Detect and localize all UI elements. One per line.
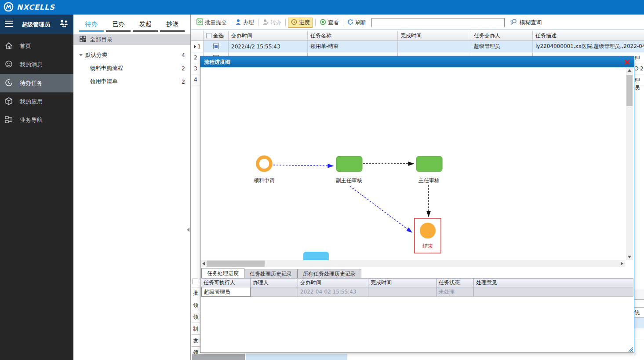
panel-collapse-arrow[interactable] bbox=[187, 228, 189, 232]
tab-task-progress[interactable]: 任务处理进度 bbox=[201, 268, 244, 278]
message-icon bbox=[4, 60, 13, 70]
logo-icon bbox=[4, 2, 14, 13]
underlying-content-block bbox=[246, 354, 347, 360]
row-checkbox-cell[interactable] bbox=[204, 41, 229, 52]
horizontal-scroll-thumb[interactable] bbox=[207, 261, 265, 267]
tab-all-task-history[interactable]: 所有任务处理历史记录 bbox=[297, 269, 361, 278]
dialog-title-bar[interactable]: 流程进度图 bbox=[200, 57, 634, 67]
row-number-cell: 1 bbox=[191, 41, 204, 52]
brand-logo: NXCELLS bbox=[4, 2, 55, 13]
underlying-content-block bbox=[192, 354, 245, 360]
top-bar: NXCELLS bbox=[0, 0, 644, 15]
toolbar-separator bbox=[258, 19, 258, 26]
catalog-header[interactable]: 全部目录 bbox=[73, 34, 190, 45]
underlying-text-fragment: 统 bbox=[634, 308, 644, 317]
sidebar-header: 超级管理员 bbox=[0, 15, 73, 34]
table-row[interactable]: 1 2022/4/2 15:55:43 领用单-结束 超级管理员 ly22040… bbox=[191, 41, 644, 52]
underlying-label-fragment: 领 bbox=[192, 311, 200, 323]
select-all-checkbox[interactable] bbox=[206, 33, 211, 38]
sidebar-item-my-apps[interactable]: 我的应用 bbox=[0, 92, 73, 111]
refresh-button[interactable]: 刷新 bbox=[346, 18, 368, 27]
toolbar-separator bbox=[315, 19, 316, 26]
batch-submit-icon bbox=[196, 18, 203, 26]
handle-button[interactable]: 办理 bbox=[233, 18, 256, 27]
column-header-assigner[interactable]: 任务交办人 bbox=[471, 31, 533, 41]
sidebar-item-label: 首页 bbox=[20, 42, 31, 50]
fuzzy-search-button[interactable]: 模糊查询 bbox=[510, 18, 542, 26]
search-input[interactable] bbox=[371, 18, 505, 27]
start-node[interactable] bbox=[258, 157, 271, 170]
underlying-label-fragment: 领 bbox=[192, 299, 200, 311]
column-header-assign-time[interactable]: 交办时间 bbox=[229, 31, 308, 41]
underlying-right-fragments: 统 bbox=[634, 274, 644, 339]
grid-icon bbox=[80, 36, 86, 44]
underlying-checkbox bbox=[193, 279, 198, 284]
column-header-opinion: 处理意见 bbox=[474, 278, 633, 287]
toolbar-separator bbox=[343, 19, 343, 26]
sidebar-item-messages[interactable]: 我的消息 bbox=[0, 55, 73, 74]
vertical-scroll-thumb[interactable] bbox=[626, 75, 633, 106]
row-number-header bbox=[191, 31, 204, 41]
description-fragment: 理员 bbox=[635, 77, 644, 92]
sidebar-item-home[interactable]: 首页 bbox=[0, 37, 73, 55]
tree-node-default-category[interactable]: 默认分类 4 bbox=[73, 48, 190, 62]
dialog-resize-grip[interactable] bbox=[627, 346, 633, 352]
hamburger-menu-icon[interactable] bbox=[4, 20, 13, 29]
node-label-deputy-review: 副主任审核 bbox=[336, 177, 362, 184]
progress-table-header: 任务可执行人 办理人 交办时间 完成时间 任务状态 处理意见 bbox=[201, 278, 633, 287]
table-row[interactable]: 超级管理员 2022-04-02 15:55:43 未处理 bbox=[201, 287, 633, 297]
task-count-badge: 2 bbox=[182, 78, 185, 85]
tab-done[interactable]: 已办 bbox=[106, 17, 131, 33]
assign-time-cell: 2022/4/2 15:55:43 bbox=[229, 41, 308, 52]
batch-submit-button[interactable]: 批量提交 bbox=[195, 18, 229, 27]
deputy-review-node[interactable] bbox=[336, 156, 362, 172]
node-label-start: 领料申请 bbox=[254, 177, 275, 184]
eye-icon bbox=[320, 19, 326, 26]
column-header-finish-time[interactable]: 完成时间 bbox=[398, 31, 471, 41]
column-header-executor: 任务可执行人 bbox=[201, 278, 251, 287]
tab-initiated[interactable]: 发起 bbox=[133, 17, 158, 33]
executor-cell: 超级管理员 bbox=[201, 287, 251, 297]
task-tree-panel: 待办 已办 发起 抄送 全部目录 默认分类 4 物料申购流程 2 领用申请单 2 bbox=[73, 15, 191, 360]
progress-button[interactable]: 进度 bbox=[288, 18, 313, 28]
scroll-left-icon[interactable] bbox=[202, 262, 205, 265]
tab-task-history[interactable]: 任务处理历史记录 bbox=[244, 269, 298, 278]
underlying-label-fragment: 制 bbox=[192, 323, 200, 334]
tab-todo[interactable]: 待办 bbox=[79, 17, 104, 33]
underlying-label-fragment: 发 bbox=[192, 334, 200, 346]
view-button[interactable]: 查看 bbox=[318, 18, 341, 27]
navigation-icon bbox=[4, 115, 13, 125]
collapse-caret-icon[interactable] bbox=[79, 54, 83, 56]
select-all-header[interactable]: 全选 bbox=[204, 31, 229, 41]
sidebar-item-label: 业务导航 bbox=[20, 116, 43, 124]
column-header-assign-time: 交办时间 bbox=[298, 278, 368, 287]
director-review-node[interactable] bbox=[416, 156, 442, 172]
sidebar-item-todo-tasks[interactable]: 待办任务 bbox=[0, 74, 73, 92]
handler-cell bbox=[251, 287, 298, 297]
sidebar: 超级管理员 首页 我的消息 bbox=[0, 15, 73, 360]
status-badge: 未处理 bbox=[437, 287, 474, 297]
column-header-description[interactable]: 任务描述 bbox=[533, 31, 644, 41]
tab-cc[interactable]: 抄送 bbox=[160, 17, 185, 33]
scroll-right-icon[interactable] bbox=[621, 262, 623, 265]
edge-start-to-deputy bbox=[273, 165, 333, 166]
opinion-cell bbox=[474, 287, 633, 297]
row-checkbox[interactable] bbox=[213, 44, 219, 49]
tree-node-material-purchase[interactable]: 物料申购流程 2 bbox=[73, 62, 190, 75]
tree-node-requisition-form[interactable]: 领用申请单 2 bbox=[73, 75, 190, 88]
assigner-cell: 超级管理员 bbox=[471, 41, 533, 52]
refresh-icon bbox=[347, 19, 353, 26]
node-label-end: 结束 bbox=[422, 242, 433, 250]
partial-node[interactable] bbox=[303, 252, 329, 260]
sidebar-item-label: 我的应用 bbox=[20, 98, 43, 106]
task-progress-table: 任务可执行人 办理人 交办时间 完成时间 任务状态 处理意见 超级管理员 202… bbox=[201, 278, 633, 297]
brand-name: NXCELLS bbox=[17, 3, 55, 11]
sidebar-item-business-nav[interactable]: 业务导航 bbox=[0, 111, 73, 129]
scroll-up-icon[interactable] bbox=[628, 69, 631, 72]
scroll-down-icon[interactable] bbox=[628, 256, 631, 258]
close-icon[interactable] bbox=[623, 59, 630, 66]
switch-user-icon[interactable] bbox=[58, 19, 69, 29]
process-progress-dialog: 流程进度图 bbox=[200, 56, 634, 353]
task-count-badge: 2 bbox=[182, 65, 185, 72]
column-header-task-name[interactable]: 任务名称 bbox=[308, 31, 398, 41]
